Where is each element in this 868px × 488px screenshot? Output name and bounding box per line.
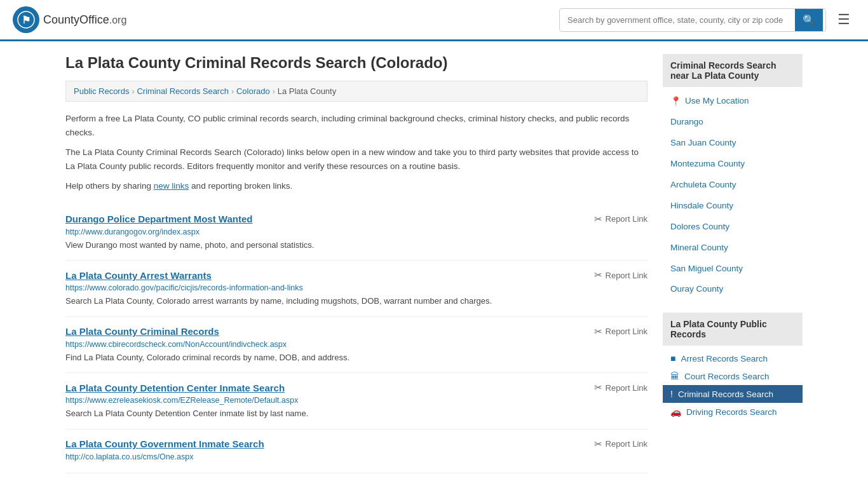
nearby-section-title: Criminal Records Search near La Plata Co… [663, 54, 803, 87]
header-controls: 🔍 ☰ [559, 8, 855, 32]
logo-text: CountyOffice.org [43, 13, 126, 27]
result-title[interactable]: La Plata County Government Inmate Search [65, 438, 264, 449]
table-row: La Plata County Criminal Records ✂ Repor… [65, 317, 648, 374]
breadcrumb-sep-1: › [132, 87, 134, 96]
breadcrumb-criminal-records-search[interactable]: Criminal Records Search [137, 86, 229, 96]
new-links-link[interactable]: new links [154, 181, 189, 191]
breadcrumb-sep-2: › [231, 87, 234, 96]
sidebar-link-ouray[interactable]: Ouray County [663, 279, 803, 300]
sidebar-item-driving-records[interactable]: 🚗 Driving Records Search [663, 403, 803, 421]
sidebar-link-san-juan[interactable]: San Juan County [663, 133, 803, 154]
result-desc: View Durango most wanted by name, photo,… [65, 239, 648, 252]
breadcrumb-colorado[interactable]: Colorado [236, 86, 270, 96]
sidebar-link-archuleta[interactable]: Archuleta County [663, 175, 803, 196]
criminal-records-icon: ! [670, 389, 673, 399]
sidebar-link-mineral[interactable]: Mineral County [663, 238, 803, 259]
result-url[interactable]: https://www.cbirecordscheck.com/NonAccou… [65, 340, 648, 349]
breadcrumb-la-plata: La Plata County [278, 86, 337, 96]
report-icon: ✂ [594, 438, 602, 450]
result-title[interactable]: Durango Police Department Most Wanted [65, 214, 252, 224]
result-desc: Find La Plata County, Colorado criminal … [65, 351, 648, 364]
result-header: La Plata County Detention Center Inmate … [65, 382, 648, 393]
result-header: La Plata County Government Inmate Search… [65, 438, 648, 450]
result-header: Durango Police Department Most Wanted ✂ … [65, 214, 648, 225]
use-location-item[interactable]: 📍 Use My Location [663, 91, 803, 112]
table-row: Durango Police Department Most Wanted ✂ … [65, 205, 648, 261]
report-link-button[interactable]: ✂ Report Link [594, 214, 648, 225]
result-header: La Plata County Criminal Records ✂ Repor… [65, 326, 648, 337]
sidebar-item-label: Arrest Records Search [681, 354, 768, 363]
public-records-section: La Plata County Public Records ■ Arrest … [663, 313, 803, 421]
logo-icon: ⚑ [13, 6, 39, 33]
report-link-button[interactable]: ✂ Report Link [594, 326, 648, 337]
report-icon: ✂ [594, 382, 602, 393]
sidebar-item-court-records[interactable]: 🏛 Court Records Search [663, 367, 803, 385]
public-records-title: La Plata County Public Records [663, 313, 803, 346]
nearby-section: Criminal Records Search near La Plata Co… [663, 54, 803, 300]
result-url[interactable]: http://co.laplata.co.us/cms/One.aspx [65, 452, 648, 461]
content-area: La Plata County Criminal Records Search … [65, 54, 648, 473]
court-records-icon: 🏛 [670, 371, 679, 381]
sidebar-link-san-miguel[interactable]: San Miguel County [663, 259, 803, 280]
result-desc: Search La Plata County, Colorado arrest … [65, 295, 648, 308]
driving-records-icon: 🚗 [670, 407, 681, 417]
sidebar-link-dolores[interactable]: Dolores County [663, 217, 803, 238]
description-1: Perform a free La Plata County, CO publi… [65, 112, 648, 139]
result-header: La Plata County Arrest Warrants ✂ Report… [65, 269, 648, 281]
use-location-link[interactable]: Use My Location [685, 94, 749, 109]
sidebar: Criminal Records Search near La Plata Co… [663, 54, 803, 473]
result-desc: Search La Plata County Detention Center … [65, 407, 648, 420]
site-header: ⚑ CountyOffice.org 🔍 ☰ [0, 0, 868, 41]
result-url[interactable]: http://www.durangogov.org/index.aspx [65, 227, 648, 236]
search-button[interactable]: 🔍 [795, 9, 823, 31]
sidebar-link-montezuma[interactable]: Montezuma County [663, 154, 803, 175]
description-3: Help others by sharing new links and rep… [65, 179, 648, 193]
description-2: The La Plata County Criminal Records Sea… [65, 146, 648, 173]
location-pin-icon: 📍 [670, 96, 681, 106]
svg-text:⚑: ⚑ [22, 15, 31, 25]
hamburger-menu-button[interactable]: ☰ [832, 9, 855, 30]
sidebar-item-label: Court Records Search [684, 372, 770, 381]
logo[interactable]: ⚑ CountyOffice.org [13, 6, 126, 33]
breadcrumb-sep-3: › [273, 87, 275, 96]
report-link-button[interactable]: ✂ Report Link [594, 438, 648, 450]
sidebar-item-label: Criminal Records Search [678, 390, 773, 399]
table-row: La Plata County Detention Center Inmate … [65, 373, 648, 430]
result-title[interactable]: La Plata County Criminal Records [65, 326, 219, 337]
breadcrumb-public-records[interactable]: Public Records [74, 86, 129, 96]
sidebar-item-arrest-records[interactable]: ■ Arrest Records Search [663, 349, 803, 367]
page-title: La Plata County Criminal Records Search … [65, 54, 648, 72]
breadcrumb: Public Records › Criminal Records Search… [65, 81, 648, 102]
report-link-button[interactable]: ✂ Report Link [594, 382, 648, 393]
result-url[interactable]: https://www.colorado.gov/pacific/cicjis/… [65, 283, 648, 292]
results-list: Durango Police Department Most Wanted ✂ … [65, 205, 648, 473]
table-row: La Plata County Arrest Warrants ✂ Report… [65, 261, 648, 317]
result-url[interactable]: https://www.ezreleasekiosk.com/EZRelease… [65, 396, 648, 405]
result-title[interactable]: La Plata County Arrest Warrants [65, 270, 212, 281]
sidebar-item-criminal-records[interactable]: ! Criminal Records Search [663, 385, 803, 403]
search-bar: 🔍 [559, 8, 826, 32]
arrest-records-icon: ■ [670, 353, 675, 363]
report-icon: ✂ [594, 269, 602, 281]
search-input[interactable] [560, 10, 795, 30]
main-container: La Plata County Criminal Records Search … [53, 41, 815, 486]
table-row: La Plata County Government Inmate Search… [65, 430, 648, 473]
result-title[interactable]: La Plata County Detention Center Inmate … [65, 383, 285, 393]
report-icon: ✂ [594, 326, 602, 337]
sidebar-item-label: Driving Records Search [686, 407, 777, 417]
report-link-button[interactable]: ✂ Report Link [594, 269, 648, 281]
report-icon: ✂ [594, 214, 602, 225]
sidebar-link-hinsdale[interactable]: Hinsdale County [663, 196, 803, 217]
sidebar-link-durango[interactable]: Durango [663, 112, 803, 133]
